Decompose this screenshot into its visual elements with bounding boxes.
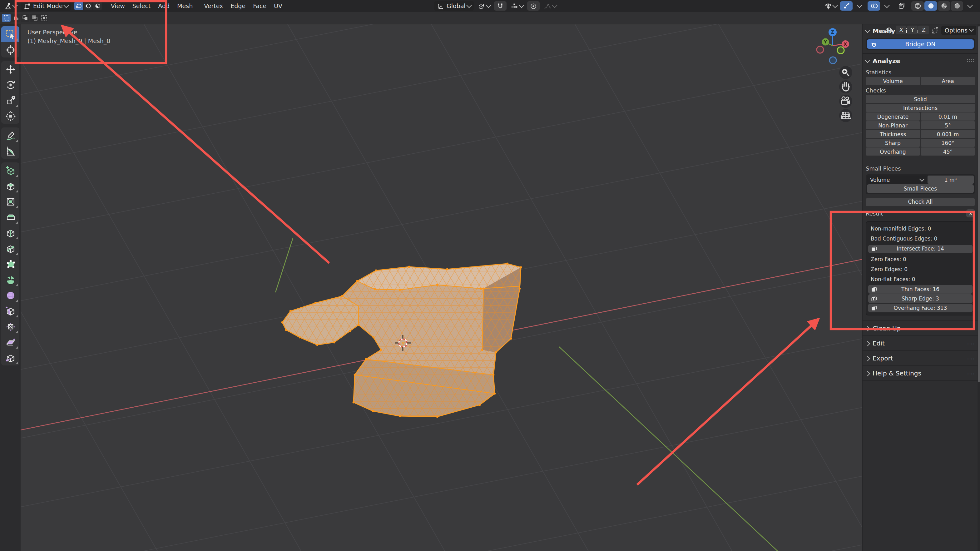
panel-header-analyze[interactable]: Analyze ∷∷ — [866, 55, 975, 67]
menu-vertex[interactable]: Vertex — [200, 0, 227, 12]
menu-add[interactable]: Add — [154, 0, 173, 12]
result-item-label: Thin Faces: 16 — [901, 286, 939, 292]
solid-check-button[interactable]: Solid — [866, 95, 975, 103]
tool-rip-region[interactable] — [1, 350, 19, 365]
check-all-button[interactable]: Check All — [866, 198, 975, 206]
xray-toggle[interactable] — [895, 1, 908, 11]
snap-target-button[interactable] — [509, 1, 525, 11]
visibility-button[interactable] — [822, 1, 838, 11]
tool-select-box[interactable] — [1, 26, 19, 42]
tool-shear[interactable] — [1, 334, 19, 350]
tool-bevel[interactable] — [1, 209, 19, 225]
menu-uv[interactable]: UV — [270, 0, 286, 12]
tool-poly-build[interactable] — [1, 256, 19, 272]
tool-smooth[interactable] — [1, 287, 19, 303]
overlays-dropdown[interactable] — [881, 1, 893, 11]
tool-loop-cut[interactable] — [1, 225, 19, 240]
shading-dropdown[interactable] — [964, 1, 976, 11]
small-pieces-mode-dropdown[interactable]: Volume — [867, 175, 927, 184]
small-pieces-value-field[interactable]: 1 m³ — [927, 175, 974, 184]
pivot-point-button[interactable] — [477, 1, 492, 11]
perspective-toggle-button[interactable] — [839, 109, 852, 122]
snap-base-icon[interactable] — [931, 26, 940, 34]
panel-header-help-settings[interactable]: Help & Settings ∷∷ — [866, 367, 975, 379]
check-label[interactable]: Overhang — [866, 147, 920, 156]
select-mode-subtract[interactable] — [21, 14, 29, 22]
menu-face[interactable]: Face — [249, 0, 270, 12]
check-label[interactable]: Degenerate — [866, 113, 920, 121]
tool-extrude-region[interactable] — [1, 178, 19, 194]
gizmo-dropdown[interactable] — [853, 1, 866, 11]
tool-move[interactable] — [1, 61, 19, 77]
editor-type-button[interactable] — [3, 1, 18, 11]
navigation-gizmo[interactable]: Z Y X — [810, 25, 859, 125]
orientation-selector[interactable]: Global — [434, 1, 474, 11]
face-select-button[interactable] — [93, 2, 102, 10]
select-mode-invert[interactable] — [30, 14, 39, 22]
area-button[interactable]: Area — [921, 77, 975, 85]
panel-header-edit[interactable]: Edit ∷∷ — [866, 338, 975, 349]
tool-spin[interactable] — [1, 272, 19, 287]
select-mode-intersect[interactable] — [39, 14, 48, 22]
camera-view-button[interactable] — [839, 95, 852, 108]
tool-annotate[interactable] — [1, 127, 19, 143]
bridge-on-button[interactable]: Bridge ON — [867, 39, 974, 49]
tool-add-cube[interactable] — [1, 162, 19, 178]
edge-select-button[interactable] — [84, 2, 93, 10]
intersections-check-button[interactable]: Intersections — [866, 104, 975, 112]
check-value[interactable]: 5° — [921, 121, 975, 129]
material-shading-button[interactable] — [937, 1, 950, 11]
menu-mesh[interactable]: Mesh — [173, 0, 196, 12]
result-item-button[interactable]: Thin Faces: 16 — [868, 285, 972, 293]
show-overlays-toggle[interactable] — [867, 1, 880, 11]
close-icon[interactable]: × — [966, 209, 975, 217]
tool-rotate[interactable] — [1, 77, 19, 92]
tool-transform[interactable] — [1, 108, 19, 124]
select-mode-set[interactable] — [2, 14, 11, 22]
chevron-down-icon — [919, 176, 924, 182]
check-label[interactable]: Non-Planar — [866, 121, 920, 129]
show-gizmo-toggle[interactable] — [840, 1, 853, 11]
panel-header-clean-up[interactable]: Clean Up ∷∷ — [866, 322, 975, 334]
falloff-selector[interactable] — [542, 1, 558, 11]
tool-measure[interactable] — [1, 143, 19, 159]
chevron-down-icon — [857, 3, 862, 8]
select-mode-extend[interactable] — [11, 14, 20, 22]
tool-knife[interactable] — [1, 240, 19, 256]
solid-shading-button[interactable] — [924, 1, 937, 11]
check-value[interactable]: 45° — [921, 147, 975, 156]
panel-header-export[interactable]: Export ∷∷ — [866, 352, 975, 364]
check-label[interactable]: Thickness — [866, 130, 920, 138]
3d-viewport[interactable]: User Perspective (1) Meshy_Mesh_0 | Mesh… — [0, 24, 862, 551]
tool-inset-faces[interactable] — [1, 194, 19, 209]
menu-select[interactable]: Select — [129, 0, 154, 12]
check-label[interactable]: Sharp — [866, 139, 920, 147]
tool-scale[interactable] — [1, 92, 19, 108]
mirror-x-button[interactable]: X — [896, 25, 907, 34]
snap-toggle[interactable] — [494, 1, 507, 11]
tool-shrink-fatten[interactable] — [1, 318, 19, 334]
rendered-shading-button[interactable] — [951, 1, 963, 11]
options-button[interactable]: Options — [942, 25, 976, 35]
menu-edge[interactable]: Edge — [227, 0, 249, 12]
wireframe-shading-button[interactable] — [911, 1, 924, 11]
result-item-button[interactable]: Intersect Face: 14 — [868, 245, 972, 253]
pan-button[interactable] — [839, 80, 852, 93]
proportional-editing-toggle[interactable] — [528, 1, 540, 11]
vertex-select-button[interactable] — [75, 2, 83, 10]
menu-view[interactable]: View — [107, 0, 129, 12]
tool-cursor[interactable] — [1, 42, 19, 57]
result-item-button[interactable]: Sharp Edge: 3 — [868, 294, 972, 303]
check-value[interactable]: 0.001 m — [921, 130, 975, 138]
volume-button[interactable]: Volume — [866, 77, 920, 85]
mode-selector[interactable]: Edit Mode — [21, 1, 72, 11]
tool-edge-slide[interactable] — [1, 303, 19, 318]
zoom-button[interactable] — [839, 66, 852, 79]
mirror-y-button[interactable]: Y — [907, 25, 918, 34]
check-value[interactable]: 0.01 m — [921, 113, 975, 121]
result-item-button[interactable]: Overhang Face: 313 — [868, 304, 972, 312]
mirror-z-button[interactable]: Z — [918, 25, 929, 34]
check-value[interactable]: 160° — [921, 139, 975, 147]
sidebar-scrollbar[interactable] — [977, 24, 980, 551]
small-pieces-button[interactable]: Small Pieces — [867, 184, 974, 193]
